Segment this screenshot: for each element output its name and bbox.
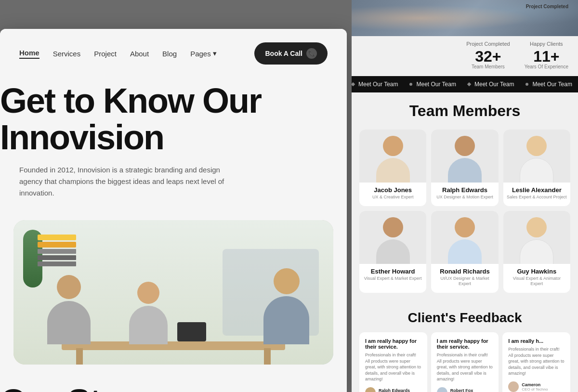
team-section-title: Team Members (359, 102, 570, 120)
avatar-head (455, 217, 475, 237)
office-scene (13, 220, 333, 365)
avatar-jacob (374, 132, 412, 180)
nav-pages-label: Pages (190, 50, 211, 58)
feedback-card-3: I am really h... Professionals in their … (502, 332, 570, 392)
author-name-3: Cameron (522, 382, 548, 387)
our-story-section: Our Story (0, 365, 347, 392)
team-grid: Jacob Jones UX & Creative Expert Ralph E… (359, 130, 570, 293)
person-left (47, 275, 91, 344)
right-top-image: Project Completed (352, 0, 578, 36)
feedback-text-1: Professionals in their craft! All produc… (365, 352, 421, 382)
laptop (177, 322, 206, 341)
feedback-headline-2: I am really happy for their service. (437, 338, 493, 350)
left-panel: Home Services Project About Blog Pages ▾… (0, 29, 347, 392)
team-card-img-guy (503, 211, 570, 264)
avatar-guy (517, 213, 556, 261)
right-panel: Project Completed Project Completed 32+ … (352, 0, 578, 392)
navbar: Home Services Project About Blog Pages ▾… (0, 29, 347, 78)
team-role-ronald: UI/UX Designer & Market Expert (431, 276, 498, 287)
chevron-down-icon: ▾ (213, 49, 217, 58)
feedback-headline-3: I am really h... (508, 338, 565, 344)
avatar-body (448, 239, 482, 264)
team-card-ronald[interactable]: Ronald Richards UI/UX Designer & Market … (431, 211, 498, 293)
avatar-head (383, 217, 403, 237)
team-card-img-ralph (431, 130, 498, 183)
team-role-guy: Visual Expert & Animator Expert (503, 276, 570, 287)
book-call-button[interactable]: Book A Call 📞 (254, 42, 328, 65)
feedback-title: Client's Feedback (359, 310, 570, 326)
table-top (62, 341, 285, 350)
feedback-text-3: Professionals in their craft! All produc… (508, 346, 565, 377)
author-avatar-3 (508, 381, 519, 392)
author-avatar-2 (437, 387, 447, 392)
marquee-diamond-2 (467, 82, 471, 86)
table-leg-right (264, 348, 271, 365)
avatar-head (526, 217, 547, 237)
author-title-3: CEO of Techno (522, 387, 548, 392)
author-name-2: Robert Fox (450, 388, 476, 392)
avatar-leslie (517, 132, 556, 180)
person-middle (129, 282, 168, 344)
stat-happy-clients: Happy Clients 11+ Years Of Experience (525, 41, 568, 69)
nav-home[interactable]: Home (19, 49, 39, 59)
team-role-esther: Visual Expert & Market Expert (359, 276, 426, 282)
feedback-author-2: Robert Fox CEO of Techno (437, 387, 493, 392)
nav-services[interactable]: Services (53, 50, 81, 58)
feedback-section: Client's Feedback I am really happy for … (352, 302, 578, 392)
marquee-text-3: Meet Our Team (474, 81, 514, 88)
team-section: Team Members Jacob Jones UX & Creative E… (352, 92, 578, 302)
team-card-esther[interactable]: Esther Howard Visual Expert & Market Exp… (359, 211, 426, 293)
avatar-head (383, 136, 403, 156)
team-role-leslie: Sales Expert & Account Project (503, 195, 570, 200)
nav-links: Home Services Project About Blog Pages ▾ (19, 49, 217, 59)
person-right (263, 268, 309, 344)
feedback-card-2: I am really happy for their service. Pro… (431, 332, 499, 392)
avatar-esther (374, 213, 412, 261)
nav-blog[interactable]: Blog (162, 50, 177, 58)
avatar-head (455, 136, 475, 156)
phone-icon: 📞 (306, 48, 317, 59)
feedback-card-1: I am really happy for their service. Pro… (359, 332, 427, 392)
author-info-2: Robert Fox CEO of Techno (450, 388, 476, 392)
marquee-text-2: Meet Our Team (416, 81, 456, 88)
feedback-author-1: Ralph Edwards CEO of Techno (365, 387, 421, 392)
avatar-ronald (446, 213, 484, 261)
avatar-body (520, 158, 553, 183)
nav-about[interactable]: About (130, 50, 149, 58)
team-card-ralph[interactable]: Ralph Edwards UX Designer & Motion Exper… (431, 130, 498, 206)
team-name-ronald: Ronald Richards (431, 268, 498, 275)
team-name-jacob: Jacob Jones (359, 186, 426, 194)
avatar-head (526, 136, 547, 156)
stat-team-members: Project Completed 32+ Team Members (466, 41, 510, 69)
team-card-img-leslie (503, 130, 570, 183)
team-card-guy[interactable]: Guy Hawkins Visual Expert & Animator Exp… (503, 211, 570, 293)
team-card-leslie[interactable]: Leslie Alexander Sales Expert & Account … (503, 130, 570, 206)
right-panel-inner: Project Completed Project Completed 32+ … (352, 0, 578, 392)
avatar-body (376, 239, 410, 264)
author-avatar-1 (365, 387, 376, 392)
hero-section: Get to Know Our Innovision Founded in 20… (0, 78, 347, 220)
team-card-jacob[interactable]: Jacob Jones UX & Creative Expert (359, 130, 426, 206)
marquee-diamond-1 (352, 82, 355, 86)
avatar-ralph (446, 132, 484, 180)
hero-title: Get to Know Our Innovision (0, 83, 328, 156)
nav-project[interactable]: Project (94, 50, 117, 58)
marquee-item-4: Meet Our Team (525, 81, 572, 88)
team-role-jacob: UX & Creative Expert (359, 195, 426, 200)
feedback-author-3: Cameron CEO of Techno (508, 381, 565, 392)
nav-pages-dropdown[interactable]: Pages ▾ (190, 49, 217, 58)
team-name-leslie: Leslie Alexander (503, 186, 570, 194)
stat-clients-sub: Years Of Experience (525, 64, 568, 69)
team-name-guy: Guy Hawkins (503, 268, 570, 275)
author-info-3: Cameron CEO of Techno (522, 382, 548, 392)
team-role-ralph: UX Designer & Motion Expert (431, 195, 498, 200)
marquee-item-2: Meet Our Team (409, 81, 456, 88)
hero-image (13, 220, 333, 365)
hero-subtitle: Founded in 2012, Innovision is a strateg… (19, 164, 226, 199)
marquee-text-1: Meet Our Team (358, 81, 398, 88)
marquee-dot-1 (409, 83, 412, 86)
team-card-img-esther (359, 211, 426, 264)
team-card-img-ronald (431, 211, 498, 264)
marquee-item-3: Meet Our Team (468, 81, 514, 88)
author-name-1: Ralph Edwards (379, 388, 410, 392)
